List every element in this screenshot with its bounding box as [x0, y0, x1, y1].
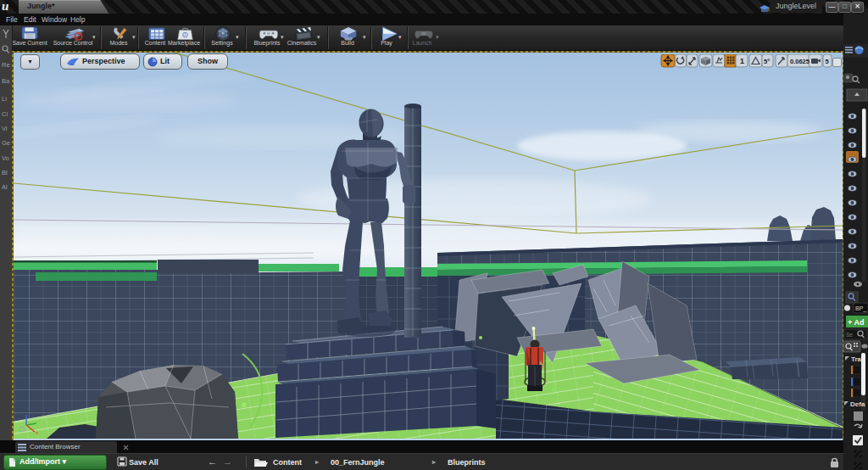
svg-text:5: 5: [826, 58, 829, 65]
svg-text:1: 1: [740, 57, 744, 65]
svg-text:+ Ad: + Ad: [848, 318, 864, 327]
svg-text:M: M: [183, 32, 187, 37]
svg-text:Tra: Tra: [851, 355, 862, 363]
svg-text:Defa: Defa: [850, 400, 865, 408]
svg-text:0.0625: 0.0625: [790, 58, 810, 65]
svg-text:BP_: BP_: [855, 305, 866, 312]
svg-text:Se: Se: [846, 332, 853, 338]
svg-text:x: x: [36, 430, 38, 435]
svg-text:5°: 5°: [764, 58, 770, 65]
